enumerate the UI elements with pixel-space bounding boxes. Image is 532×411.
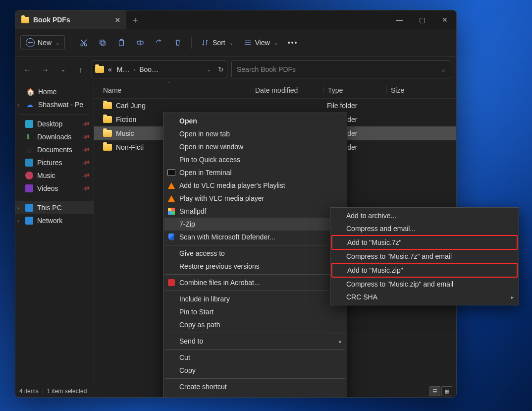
chevron-right-icon: ▸ [511,294,514,300]
pin-icon: 📌 [82,132,91,141]
menu-defender-scan[interactable]: Scan with Microsoft Defender... [164,231,346,243]
submenu-add-zip[interactable]: Add to "Music.zip" [331,263,518,278]
column-type[interactable]: Type [323,86,386,94]
share-button[interactable] [151,35,167,50]
file-name: Carl Jung [116,102,146,110]
separator [19,114,90,115]
separator [43,388,43,395]
menu-give-access[interactable]: Give access to▸ [164,247,346,260]
submenu-add-archive[interactable]: Add to archive... [331,209,518,222]
submenu-add-7z[interactable]: Add to "Music.7z" [331,235,518,250]
menu-open[interactable]: Open [164,115,346,127]
sidebar-music[interactable]: Music📌 [15,169,94,182]
folder-open-icon [103,130,112,137]
menu-7zip[interactable]: 7-Zip▸ [164,218,346,231]
toolbar: New ⌄ Sort ⌄ View ⌄ ••• [15,29,456,57]
chevron-down-icon: ⌄ [229,40,233,46]
sidebar: 🏠 Home › ☁ Shashwat - Pe Desktop📌 ⬇Downl… [15,82,94,385]
menu-separator [165,333,345,333]
sort-button[interactable]: Sort ⌄ [197,35,237,50]
menu-cut[interactable]: Cut [164,351,346,364]
menu-restore-versions[interactable]: Restore previous versions [164,260,346,273]
up-button[interactable]: ↑ [74,65,88,74]
column-headers: ˄ Name Date modified Type Size [94,82,456,99]
menu-open-terminal[interactable]: Open in Terminal [164,166,346,179]
close-tab-icon[interactable]: ✕ [115,16,120,24]
submenu-compress-zip-email[interactable]: Compress to "Music.zip" and email [331,278,518,291]
menu-copy-as-path[interactable]: Copy as path [164,318,346,331]
column-size[interactable]: Size [386,86,429,94]
document-icon: ▤ [25,146,33,154]
search-icon: ⌕ [442,66,446,73]
window-tab[interactable]: Book PDFs ✕ [15,10,126,29]
paste-button[interactable] [113,35,130,50]
search-input[interactable]: Search Book PDFs ⌕ [231,60,451,78]
back-button[interactable]: ← [20,65,34,74]
menu-create-shortcut[interactable]: Create shortcut [164,380,346,393]
close-window-button[interactable]: ✕ [433,10,456,29]
chevron-down-icon[interactable]: ⌄ [207,66,211,73]
sidebar-item-label: Shashwat - Pe [38,101,83,109]
recent-button[interactable]: ⌄ [56,66,70,73]
more-button[interactable]: ••• [284,36,302,50]
menu-include-library[interactable]: Include in library▸ [164,293,346,305]
menu-separator [165,245,345,245]
sidebar-desktop[interactable]: Desktop📌 [15,117,94,130]
menu-open-new-tab[interactable]: Open in new tab [164,127,346,140]
sidebar-documents[interactable]: ▤Documents📌 [15,143,94,156]
new-tab-button[interactable]: ＋ [126,14,144,26]
submenu-compress-email[interactable]: Compress and email... [331,222,518,235]
copy-button[interactable] [94,35,111,50]
sidebar-item-label: Network [37,217,62,225]
folder-icon [103,102,112,109]
vlc-icon [167,181,175,189]
column-name[interactable]: Name [99,86,251,94]
details-view-button[interactable]: ☰ [429,386,440,396]
sidebar-this-pc[interactable]: ›This PC [15,201,94,214]
menu-play-vlc[interactable]: Play with VLC media player [164,192,346,205]
cut-button[interactable] [75,35,92,50]
column-date[interactable]: Date modified [251,86,323,94]
menu-add-vlc-playlist[interactable]: Add to VLC media player's Playlist [164,179,346,192]
sidebar-onedrive[interactable]: › ☁ Shashwat - Pe [15,98,94,111]
breadcrumb-segment[interactable]: M… [116,65,131,73]
menu-delete[interactable]: Delete [164,393,346,398]
breadcrumb-segment[interactable]: Boo… [138,65,160,73]
menu-pin-start[interactable]: Pin to Start [164,305,346,318]
submenu-7zip: Add to archive... Compress and email... … [330,207,519,305]
forward-button[interactable]: → [38,65,52,74]
delete-button[interactable] [169,35,186,50]
menu-send-to[interactable]: Send to▸ [164,335,346,348]
menu-copy[interactable]: Copy [164,364,346,377]
download-icon: ⬇ [25,133,33,141]
sidebar-pictures[interactable]: Pictures📌 [15,156,94,169]
maximize-button[interactable]: ▢ [411,10,433,29]
address-bar[interactable]: « M… › Boo… ⌄ ↻ [92,60,227,78]
table-row[interactable]: Carl Jung File folder [94,99,456,113]
chevron-right-icon[interactable]: › [17,218,19,224]
chevron-right-icon[interactable]: › [17,205,19,211]
menu-smallpdf[interactable]: Smallpdf▸ [164,205,346,218]
sidebar-item-label: Desktop [37,120,62,128]
menu-combine-acrobat[interactable]: Combine files in Acrobat... [164,276,346,289]
menu-pin-quick-access[interactable]: Pin to Quick access [164,153,346,166]
chevron-right-icon[interactable]: › [17,102,19,108]
view-mode-buttons: ☰ ▦ [429,386,452,396]
thumbnails-view-button[interactable]: ▦ [441,386,452,396]
refresh-button[interactable]: ↻ [218,65,224,73]
minimize-button[interactable]: ― [388,10,411,29]
rename-button[interactable] [132,35,149,50]
view-button[interactable]: View ⌄ [239,35,282,50]
submenu-compress-7z-email[interactable]: Compress to "Music.7z" and email [331,250,518,263]
sidebar-network[interactable]: ›Network [15,214,94,227]
pin-icon: 📌 [82,119,91,128]
videos-icon [25,184,33,192]
submenu-crc-sha[interactable]: CRC SHA▸ [331,291,518,303]
new-button[interactable]: New ⌄ [20,35,65,50]
sidebar-videos[interactable]: Videos📌 [15,182,94,195]
menu-separator [165,274,345,275]
sidebar-home[interactable]: 🏠 Home [15,85,94,98]
sidebar-downloads[interactable]: ⬇Downloads📌 [15,130,94,143]
chevron-down-icon: ⌄ [55,40,59,46]
menu-open-new-window[interactable]: Open in new window [164,140,346,153]
